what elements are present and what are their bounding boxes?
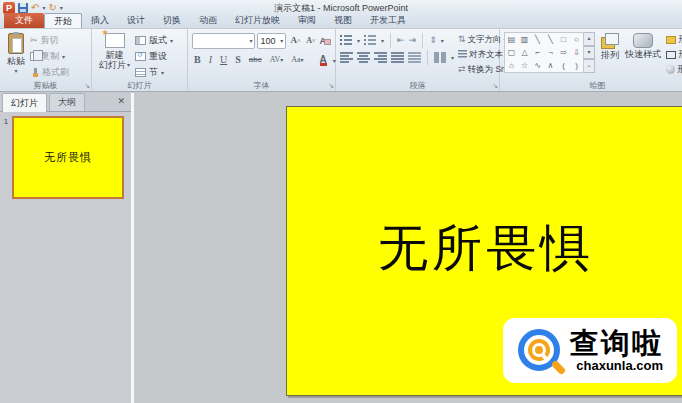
group-paragraph: ▾ ▾ ⇤ ⇥ ⇕ ▾ [336, 29, 500, 91]
text-direction-label: 文字方向 [468, 34, 502, 46]
shape-gallery-item[interactable]: ▢ [508, 46, 516, 59]
format-painter-button[interactable]: 格式刷 [30, 64, 69, 80]
strikethrough-button[interactable]: abc [247, 52, 264, 68]
font-dialog-launcher-icon[interactable]: ↘ [328, 82, 334, 90]
group-label-font: 字体 [188, 80, 335, 91]
powerpoint-window: P ↶ ▾ ↻ ▾ 演示文稿1 - Microsoft PowerPoint 文… [0, 0, 682, 403]
distribute-icon[interactable] [408, 52, 421, 63]
group-label-paragraph: 段落 [336, 80, 499, 91]
tab-transitions[interactable]: 切换 [154, 13, 190, 28]
copy-button[interactable]: 复制 ▾ [30, 48, 69, 64]
shape-gallery-item[interactable]: ⇩ [573, 46, 580, 59]
tab-view[interactable]: 视图 [325, 13, 361, 28]
decrease-indent-icon[interactable]: ⇤ [397, 35, 405, 46]
quick-styles-button[interactable]: 快速样式 [622, 32, 664, 60]
slide-title-text[interactable]: 无所畏惧 [287, 215, 682, 282]
tab-review[interactable]: 审阅 [289, 13, 325, 28]
shape-gallery-item[interactable]: ▤ [508, 33, 516, 46]
panel-tab-outline[interactable]: 大纲 [49, 93, 85, 111]
shape-gallery-item[interactable]: ╲ [548, 33, 553, 46]
change-case-button[interactable]: Aa▾ [289, 52, 305, 68]
font-color-button[interactable]: A [318, 53, 329, 67]
slide-thumbnail-row: 1 无所畏惧 [0, 116, 131, 199]
shape-effects-button[interactable]: 形状效果 ▾ [666, 62, 682, 77]
watermark: 查询啦 chaxunla.com [503, 318, 677, 383]
shape-gallery-item[interactable]: ☆ [521, 59, 528, 72]
group-drawing: ▤ ▥ ╲ ╲ □ ○ ▢ △ ⌐ ¬ ⇨ ⇩ ⌂ ☆ ∿ ∧ ( [500, 29, 682, 91]
bullets-dropdown-icon[interactable]: ▾ [357, 37, 360, 44]
shapes-scroll-up-icon[interactable]: ▴ [584, 32, 595, 46]
arrange-button[interactable]: 排列 [598, 32, 622, 61]
group-label-drawing: 绘图 [500, 80, 682, 91]
shape-gallery-item[interactable]: ⌂ [509, 59, 514, 72]
align-center-icon[interactable] [357, 52, 370, 63]
columns-dropdown-icon[interactable]: ▾ [451, 54, 454, 61]
align-left-icon[interactable] [340, 52, 353, 63]
font-size-combo[interactable]: 100 ▾ [257, 33, 286, 49]
bold-button[interactable]: B [192, 52, 203, 68]
shape-gallery-item[interactable]: ∧ [548, 59, 554, 72]
text-shadow-button[interactable]: S [233, 52, 243, 68]
shape-outline-button[interactable]: 形状轮廓 ▾ [666, 47, 682, 62]
paste-button[interactable]: 粘贴 ▾ [4, 32, 28, 77]
bullets-icon[interactable] [340, 35, 353, 46]
increase-font-button[interactable]: A˄ [288, 32, 302, 49]
align-right-icon[interactable] [374, 52, 387, 63]
shape-gallery-item[interactable]: ⇨ [560, 46, 567, 59]
section-icon [135, 68, 146, 77]
character-spacing-button[interactable]: AV▾ [268, 52, 286, 68]
text-direction-icon: ⇅ [458, 34, 466, 45]
shape-gallery-item[interactable]: △ [521, 46, 527, 59]
workspace: 幻灯片 大纲 ✕ 1 无所畏惧 无所畏惧 [0, 93, 682, 403]
shape-gallery-item[interactable]: ○ [574, 33, 579, 46]
panel-close-icon[interactable]: ✕ [117, 96, 125, 106]
cut-button[interactable]: ✂ 剪切 [30, 32, 69, 48]
shapes-gallery-scrollbar[interactable]: ▴ ▾ ⌄ [584, 32, 595, 73]
increase-indent-icon[interactable]: ⇥ [409, 35, 417, 46]
tab-file[interactable]: 文件 [4, 13, 44, 28]
shape-gallery-item[interactable]: □ [561, 33, 566, 46]
line-spacing-icon[interactable]: ⇕ [429, 35, 437, 46]
reset-button[interactable]: 重设 [135, 48, 173, 64]
shape-gallery-item[interactable]: ¬ [548, 46, 553, 59]
shape-gallery-item[interactable]: ▥ [521, 33, 529, 46]
underline-button[interactable]: U [218, 52, 229, 68]
font-name-combo[interactable]: ▾ [192, 33, 255, 49]
tab-insert[interactable]: 插入 [82, 13, 118, 28]
columns-icon[interactable] [434, 52, 447, 63]
tab-animations[interactable]: 动画 [190, 13, 226, 28]
slide-thumbnail[interactable]: 无所畏惧 [12, 116, 124, 199]
arrange-icon [601, 33, 619, 49]
numbering-icon[interactable] [364, 35, 377, 46]
tab-developer[interactable]: 开发工具 [361, 13, 415, 28]
shape-gallery-item[interactable]: ⌐ [535, 46, 540, 59]
italic-button[interactable]: I [207, 52, 214, 68]
panel-tab-slides[interactable]: 幻灯片 [2, 93, 47, 112]
title-bar: P ↶ ▾ ↻ ▾ 演示文稿1 - Microsoft PowerPoint 文… [0, 0, 682, 29]
layout-dropdown-icon: ▾ [170, 37, 173, 44]
shape-fill-button[interactable]: 形状填充 ▾ [666, 32, 682, 47]
shape-fill-icon [666, 36, 676, 44]
numbering-dropdown-icon[interactable]: ▾ [381, 37, 384, 44]
shapes-scroll-down-icon[interactable]: ▾ [584, 46, 595, 60]
decrease-font-button[interactable]: A˅ [304, 33, 317, 49]
justify-icon[interactable] [391, 52, 404, 63]
tab-home[interactable]: 开始 [44, 13, 82, 28]
new-slide-button[interactable]: 新建 幻灯片 ▾ [96, 32, 133, 71]
clear-formatting-button[interactable]: A [320, 36, 332, 46]
tab-design[interactable]: 设计 [118, 13, 154, 28]
shape-gallery-item[interactable]: ∿ [534, 59, 541, 72]
layout-button[interactable]: 版式 ▾ [135, 32, 173, 48]
divider [427, 50, 428, 65]
clipboard-dialog-launcher-icon[interactable]: ↘ [84, 82, 90, 90]
tab-slideshow[interactable]: 幻灯片放映 [226, 13, 289, 28]
shape-gallery-item[interactable]: ╲ [535, 33, 540, 46]
shapes-gallery-more-icon[interactable]: ⌄ [584, 59, 595, 73]
section-button[interactable]: 节 ▾ [135, 64, 173, 80]
shape-gallery-item[interactable]: ) [575, 59, 578, 72]
line-spacing-dropdown-icon[interactable]: ▾ [441, 37, 444, 44]
shape-gallery-item[interactable]: ( [562, 59, 565, 72]
paragraph-dialog-launcher-icon[interactable]: ↘ [492, 82, 498, 90]
new-slide-label-1: 新建 [106, 50, 124, 60]
ribbon: 粘贴 ▾ ✂ 剪切 复制 ▾ 格式刷 剪贴板 ↘ [0, 29, 682, 92]
